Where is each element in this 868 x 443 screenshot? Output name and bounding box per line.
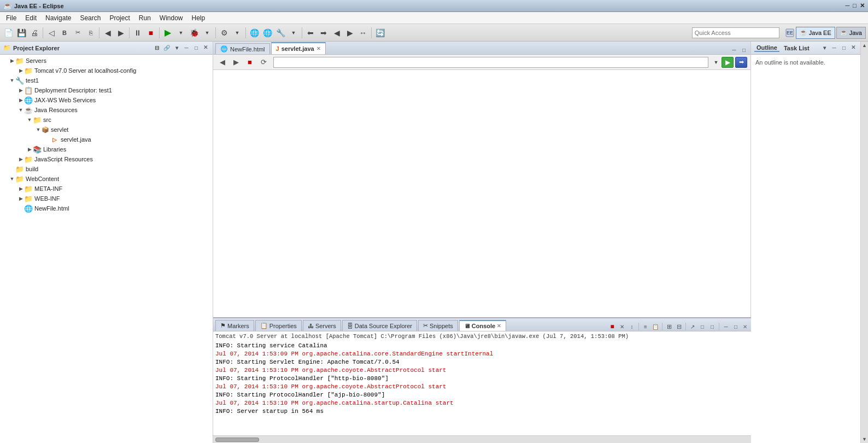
copy-btn[interactable]: ⎘: [85, 27, 97, 39]
quick-access-input[interactable]: [692, 27, 779, 38]
tomcat-toggle[interactable]: ▶: [17, 67, 24, 74]
tree-item-js-resources[interactable]: ▶ 📁 JavaScript Resources: [0, 154, 213, 164]
outline-tab[interactable]: Outline: [754, 44, 779, 52]
open-perspective-btn[interactable]: EE: [785, 28, 795, 38]
close-tab-servlet[interactable]: ✕: [316, 46, 321, 51]
run-dropdown[interactable]: ▼: [175, 27, 187, 39]
minimize-btn[interactable]: ─: [846, 2, 850, 9]
minimize-editor-btn[interactable]: ─: [730, 45, 738, 54]
menu-project[interactable]: Project: [105, 13, 133, 23]
print-btn[interactable]: 🖨: [28, 27, 40, 39]
undo-arrow-btn[interactable]: ◁: [45, 27, 57, 39]
debug-dropdown[interactable]: ▼: [201, 27, 213, 39]
maximize-editor-btn[interactable]: □: [740, 45, 748, 54]
back-btn[interactable]: ◀: [102, 27, 114, 39]
new-btn[interactable]: 📄: [2, 27, 14, 39]
cut-btn[interactable]: ✂: [72, 27, 84, 39]
close-panel-btn[interactable]: ✕: [202, 44, 209, 51]
scroll-thumb[interactable]: [215, 438, 259, 442]
bold-btn[interactable]: B: [58, 27, 71, 39]
console-btn9[interactable]: □: [698, 322, 707, 331]
back-hist-btn[interactable]: ⬅: [304, 27, 316, 39]
menu-run[interactable]: Run: [135, 13, 155, 23]
tree-item-build[interactable]: 📁 build: [0, 164, 213, 174]
more-arrows-btn[interactable]: ↔: [357, 27, 369, 39]
outline-close[interactable]: ✕: [849, 44, 857, 51]
tab-snippets[interactable]: ✂ Snippets: [418, 320, 458, 331]
tree-item-src[interactable]: ▼ 📁 src: [0, 115, 213, 125]
view-menu-btn[interactable]: ▾: [172, 44, 181, 53]
perspective-java[interactable]: ☕ Java: [836, 27, 866, 39]
sync-btn[interactable]: 🔄: [374, 27, 386, 39]
tree-item-tomcat-config[interactable]: ▶ 📁 Tomcat v7.0 Server at localhost-conf…: [0, 66, 213, 75]
tree-item-servlet-java[interactable]: ▷ servlet.java: [0, 135, 213, 144]
console-btn3[interactable]: ↕: [627, 322, 636, 331]
globe-btn[interactable]: 🌐: [248, 27, 260, 39]
console-btn4[interactable]: ≡: [641, 322, 650, 331]
fwd-btn[interactable]: ▶: [115, 27, 127, 39]
stop-btn[interactable]: ■: [145, 27, 157, 39]
close-console-tab[interactable]: ✕: [497, 323, 501, 329]
url-dropdown-btn[interactable]: ▼: [712, 56, 720, 68]
menu-file[interactable]: File: [2, 13, 20, 23]
test1-toggle[interactable]: ▼: [9, 77, 15, 84]
wrench-dropdown[interactable]: ▼: [288, 27, 300, 39]
deploy-toggle[interactable]: ▶: [17, 87, 24, 94]
console-btn10[interactable]: □: [708, 322, 717, 331]
tree-item-meta-inf[interactable]: ▶ 📁 META-INF: [0, 184, 213, 194]
editor-nav-btn[interactable]: ➡: [735, 57, 747, 68]
console-btn6[interactable]: ⊞: [665, 322, 673, 331]
tab-servers[interactable]: 🖧 Servers: [303, 320, 341, 331]
minimize-panel-btn[interactable]: ─: [182, 44, 191, 53]
jaxws-toggle[interactable]: ▶: [17, 97, 24, 103]
fwd-hist-btn[interactable]: ➡: [318, 27, 330, 39]
minimize-bottom-btn[interactable]: ─: [722, 322, 730, 331]
close-bottom-btn[interactable]: ✕: [741, 323, 749, 330]
back2-btn[interactable]: ◀: [331, 27, 343, 39]
fwd2-btn[interactable]: ▶: [344, 27, 356, 39]
pause-btn[interactable]: ⏸: [132, 27, 144, 39]
close-btn[interactable]: ✕: [860, 2, 865, 9]
tree-item-libraries[interactable]: ▶ 📚 Libraries: [0, 144, 213, 154]
collapse-all-btn[interactable]: ⊟: [153, 44, 161, 53]
menu-help[interactable]: Help: [188, 13, 209, 23]
meta-inf-toggle[interactable]: ▶: [17, 185, 24, 192]
menu-search[interactable]: Search: [76, 13, 104, 23]
tab-servlet[interactable]: J servlet.java ✕: [271, 42, 326, 54]
scroll-up[interactable]: ▲: [861, 42, 869, 49]
scroll-down[interactable]: ▼: [861, 435, 869, 443]
libraries-toggle[interactable]: ▶: [26, 146, 33, 153]
tab-properties[interactable]: 📋 Properties: [255, 320, 302, 331]
link-editor-btn[interactable]: 🔗: [162, 44, 171, 53]
menu-window[interactable]: Window: [156, 13, 187, 23]
run-btn[interactable]: ▶: [162, 27, 174, 39]
right-scrollbar[interactable]: ▲ ▼: [860, 42, 868, 443]
editor-run-btn[interactable]: ▶: [722, 57, 734, 68]
tree-item-webcontent[interactable]: ▼ 📁 WebContent: [0, 174, 213, 184]
console-btn5[interactable]: 📋: [651, 322, 660, 331]
js-res-toggle[interactable]: ▶: [17, 156, 24, 162]
task-list-tab[interactable]: Task List: [782, 45, 812, 51]
menu-edit[interactable]: Edit: [21, 13, 40, 23]
editor-fwd-btn[interactable]: ▶: [230, 57, 242, 68]
tree-item-servlet-pkg[interactable]: ▼ 📦 servlet: [0, 125, 213, 135]
globe2-btn[interactable]: 🌐: [261, 27, 273, 39]
maximize-bottom-btn[interactable]: □: [731, 322, 740, 331]
console-btn7[interactable]: ⊟: [675, 322, 683, 331]
stop-console-btn[interactable]: ■: [608, 322, 617, 331]
editor-stop-btn[interactable]: ■: [244, 57, 256, 68]
tree-item-servers[interactable]: ▶ 📁 Servers: [0, 56, 213, 66]
web-inf-toggle[interactable]: ▶: [17, 195, 24, 202]
tab-newfile[interactable]: 🌐 NewFile.html: [215, 43, 270, 54]
pause-console-btn[interactable]: ✕: [618, 322, 626, 331]
perspective-javaee[interactable]: ☕ Java EE: [796, 27, 835, 39]
debug-btn[interactable]: 🐞: [188, 27, 200, 39]
servlet-pkg-toggle[interactable]: ▼: [35, 126, 42, 133]
save-btn[interactable]: 💾: [15, 27, 27, 39]
tree-item-java-resources[interactable]: ▼ ☕ Java Resources: [0, 105, 213, 115]
outline-view-menu[interactable]: ▾: [820, 44, 829, 53]
wrench-btn[interactable]: 🔧: [274, 27, 286, 39]
tab-markers[interactable]: ⚑ Markers: [215, 320, 254, 331]
outline-maximize[interactable]: □: [840, 44, 848, 53]
console-btn8[interactable]: ↗: [688, 322, 697, 331]
